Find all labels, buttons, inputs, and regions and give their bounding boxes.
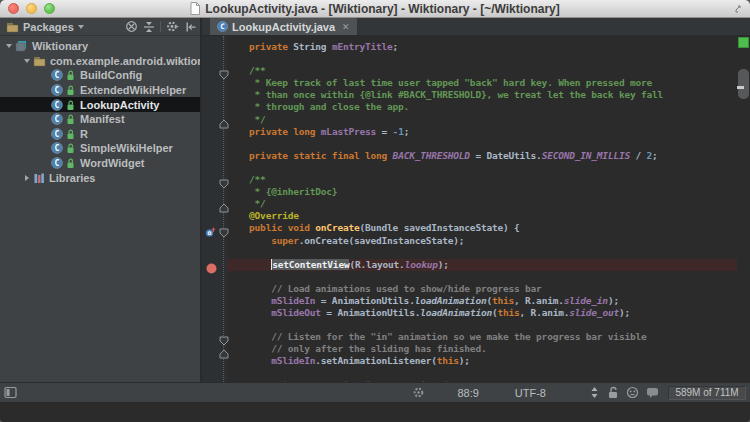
hector-inspector-icon[interactable] [626, 386, 639, 399]
code-line: * Keep track of last time user tapped "b… [227, 77, 737, 89]
collapse-all-icon[interactable] [143, 21, 155, 33]
tree-item-wiktionary[interactable]: Wiktionary [0, 39, 200, 54]
code-line: // Load animations used to show/hide pro… [227, 283, 737, 295]
code-segment: = DateUtils. [470, 150, 542, 161]
toolwindow-toggle-icon[interactable] [4, 386, 17, 399]
svg-text:C: C [55, 100, 60, 109]
code-segment: public void [227, 222, 310, 233]
tree-item-manifest[interactable]: CManifest [0, 112, 200, 127]
feedback-bubble-icon[interactable] [646, 387, 659, 399]
ide-window: LookupActivity.java - [Wiktionary] - Wik… [0, 0, 750, 422]
expanded-arrow-icon[interactable] [6, 44, 12, 48]
tree-item-label: Wiktionary [32, 40, 88, 52]
tree-item-r[interactable]: CR [0, 127, 200, 142]
window-title: LookupActivity.java - [Wiktionary] - Wik… [0, 2, 750, 16]
resize-grip-icon[interactable] [734, 4, 744, 14]
scrollbar-caret-mark [737, 86, 744, 89]
tree-item-simplewikihelper[interactable]: CSimpleWikiHelper [0, 141, 200, 156]
code-line: // only after the sliding has finished. [227, 343, 737, 355]
code-segment: -1 [393, 126, 404, 137]
class-icon: C [51, 142, 63, 154]
code-segment: loadAnimation [420, 307, 492, 318]
code-segment: mTitleBar [227, 380, 321, 382]
code-segment: this [492, 295, 514, 306]
code-segment: .setAnimationListener( [315, 355, 436, 366]
code-segment: mSlideIn [227, 355, 315, 366]
code-segment: onCreate [315, 222, 359, 233]
tree-item-buildconfig[interactable]: CBuildConfig [0, 68, 200, 83]
tree-item-wordwidget[interactable]: CWordWidget [0, 156, 200, 171]
code-segment: mSlideOut [227, 307, 321, 318]
code-editor[interactable]: o private String mEntryTitle; /** * Keep… [202, 36, 750, 382]
code-segment: mSlideIn [227, 295, 315, 306]
close-window-button[interactable] [8, 3, 19, 14]
editor-scrollbar[interactable] [738, 69, 749, 99]
line-separator-icon[interactable] [590, 386, 599, 399]
code-line [227, 138, 737, 150]
settings-gear-icon[interactable] [166, 20, 180, 33]
class-icon: C [51, 99, 63, 111]
code-segment: /** [227, 174, 266, 185]
tab-close-icon[interactable]: ✕ [342, 22, 350, 32]
toolbar-separator [160, 21, 161, 32]
code-segment: * {@inheritDoc} [227, 186, 337, 197]
code-segment [227, 259, 271, 270]
tree-item-libraries[interactable]: Libraries [0, 170, 200, 185]
inspection-status-indicator[interactable] [738, 37, 749, 48]
svg-text:C: C [55, 71, 60, 80]
zoom-window-button[interactable] [44, 3, 55, 14]
code-segment: mLastPress [321, 126, 376, 137]
expanded-arrow-icon[interactable] [24, 59, 30, 63]
collapsed-arrow-icon[interactable] [25, 175, 29, 181]
code-line: private static final long BACK_THRESHOLD… [227, 150, 737, 162]
tree-item-label: Libraries [49, 172, 95, 184]
code-line: * {@inheritDoc} [227, 186, 737, 198]
hide-panel-icon[interactable] [185, 21, 197, 33]
code-segment: */ [227, 198, 266, 209]
code-line: * than once within {@link #BACK_THRESHOL… [227, 89, 737, 101]
code-segment: ; [404, 126, 410, 137]
memory-indicator[interactable]: 589M of 711M [668, 386, 746, 400]
code-segment: super [227, 235, 299, 246]
tree-item-label: WordWidget [80, 157, 144, 169]
encoding-widget[interactable]: UTF-8 [515, 387, 546, 399]
view-selector-dropdown[interactable]: Packages [3, 21, 87, 33]
code-line [227, 162, 737, 174]
code-line [227, 53, 737, 65]
caret-position-widget[interactable]: 88:9 [457, 387, 478, 399]
tab-lookupactivity[interactable]: C LookupActivity.java ✕ [210, 18, 357, 35]
locate-icon[interactable] [125, 20, 138, 33]
minimize-window-button[interactable] [26, 3, 37, 14]
code-segment: private [227, 41, 288, 52]
lock-icon [65, 84, 76, 96]
code-segment: slide_in [564, 295, 608, 306]
tab-label: LookupActivity.java [232, 21, 335, 33]
code-segment: .onCreate(savedInstanceState); [299, 235, 465, 246]
tree-item-label: R [80, 128, 88, 140]
status-gear-icon[interactable] [412, 386, 425, 399]
memory-text: 589M of 711M [675, 387, 738, 398]
traffic-lights [8, 3, 55, 14]
lock-icon [65, 128, 76, 140]
tree-item-lookupactivity[interactable]: CLookupActivity [0, 97, 200, 112]
code-segment: @Override [227, 210, 299, 221]
code-line: private long mLastPress = -1; [227, 126, 737, 138]
project-tree: Wiktionarycom.example.android.wiktionary… [0, 36, 200, 185]
tree-item-com-example-android-wiktionary[interactable]: com.example.android.wiktionary [0, 54, 200, 69]
unlock-icon[interactable] [607, 386, 619, 399]
class-icon: C [51, 69, 63, 81]
tree-item-extendedwikihelper[interactable]: CExtendedWikiHelper [0, 83, 200, 98]
tree-item-label: ExtendedWikiHelper [80, 84, 186, 96]
code-segment: * Keep track of last time user tapped "b… [227, 77, 652, 88]
editor-gutter: o [202, 36, 227, 382]
code-segment: = [376, 126, 393, 137]
override-method-icon[interactable]: o [205, 224, 216, 242]
code-segment: (Bundle savedInstanceState) { [359, 222, 519, 233]
code-segment: this [498, 307, 520, 318]
code-segment: lookup [405, 259, 438, 270]
svg-text:C: C [55, 159, 60, 168]
breakpoint-icon[interactable] [206, 260, 217, 278]
code-segment: String [288, 41, 332, 52]
code-line [227, 247, 737, 259]
code-area[interactable]: private String mEntryTitle; /** * Keep t… [227, 36, 737, 382]
